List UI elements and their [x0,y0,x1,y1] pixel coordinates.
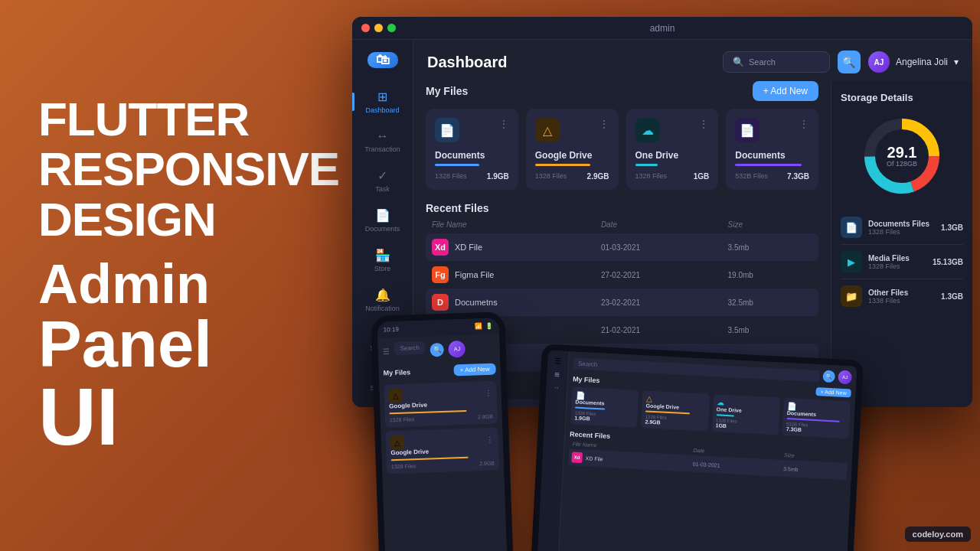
tablet-search-btn[interactable]: 🔍 [822,370,835,383]
file-date: 01-03-2021 [601,243,728,252]
file-card-bar [635,164,658,166]
file-type-icon: Fg [432,266,449,283]
col-size: Size [728,220,812,229]
tablet-main: Search 🔍 AJ My Files + Add New 📄 Documen… [558,351,858,551]
file-card-header: △ ⋮ [535,118,609,142]
documents-icon: 📄 [375,208,390,223]
phone-add-btn[interactable]: + Add New [453,363,495,376]
phone-card1-menu[interactable]: ⋮ [485,388,492,396]
file-name-text: XD File [455,243,482,252]
search-placeholder: Search [749,57,776,67]
tablet-card3: ☁ One Drive 1328 Files 1GB [711,394,780,435]
my-files-title: My Files [426,85,468,97]
donut-center: 29.1 Of 128GB [887,145,917,168]
file-size: 3.5mb [728,243,812,252]
phone-search[interactable]: Search [394,341,426,355]
battery-icon: 🔋 [485,323,493,330]
file-name-text: Figma File [455,270,494,279]
wifi-icon: 📶 [475,323,482,330]
file-size: 2.9GB [587,172,609,181]
file-card-menu[interactable]: ⋮ [498,118,509,130]
file-card-name: Documents [735,150,809,161]
search-icon: 🔍 [733,57,744,67]
storage-used: 29.1 [887,145,917,160]
storage-item-size: 15.13GB [933,258,963,266]
phone-card2-info: 1328 Files 2.9GB [391,461,495,470]
tablet-avatar: AJ [838,370,852,385]
sidebar-item-documents[interactable]: 📄 Documents [352,202,413,239]
header: Dashboard 🔍 Search 🔍 AJ Angelina Joli ▾ [413,40,972,81]
file-card-menu[interactable]: ⋮ [599,118,609,130]
sidebar-label-dashboard: Dashboard [365,106,399,114]
notification-icon: 🔔 [375,288,390,302]
donut-chart-container: 29.1 Of 128GB [841,114,963,198]
phone-card2-menu[interactable]: ⋮ [486,435,494,443]
hamburger-icon: ☰ [383,347,390,355]
watermark: codeloy.com [905,527,971,542]
tablet-row1-text: XD File [585,455,603,461]
storage-other-icon: 📁 [841,285,862,307]
sidebar-item-transaction[interactable]: ↔ Transaction [352,123,413,159]
file-size: 19.0mb [728,271,812,279]
storage-item-count: 1328 Files [868,228,935,236]
sidebar-item-task[interactable]: ✓ Task [352,162,413,199]
tablet-c2-bar [645,410,690,414]
table-row[interactable]: Xd XD File 01-03-2021 3.5mb [426,233,818,261]
file-card-docs2: 📄 ⋮ Documents 532B Files 7.3GB [726,109,818,190]
file-size: 1.9GB [487,172,509,181]
file-card-menu[interactable]: ⋮ [799,118,809,130]
phone-avatar: AJ [449,340,466,357]
donut-chart: 29.1 Of 128GB [860,114,944,198]
storage-item-size: 1.3GB [941,292,963,301]
sidebar-item-notification[interactable]: 🔔 Notification [352,282,413,318]
dashboard-icon: ⊞ [377,90,387,104]
task-icon: ✓ [377,168,387,183]
phone-search-btn[interactable]: 🔍 [430,342,445,357]
file-size: 3.5mb [728,326,812,334]
tablet-recent: Recent Files File Name Date Size Xd XD F… [568,430,848,480]
sidebar-logo: 🛍 [368,52,398,68]
file-size: 7.3GB [787,172,809,181]
user-info: AJ Angelina Joli ▾ [868,51,959,73]
file-card-gdrive: △ ⋮ Google Drive 1328 Files 2.9GB [526,109,619,190]
minimize-button[interactable] [374,24,383,32]
file-card-name: One Drive [635,150,710,161]
search-box[interactable]: 🔍 Search [723,51,830,73]
phone-card2-icon: △ [390,435,405,450]
storage-item-media: ▶ Media Files 1328 Files 15.13GB [841,245,963,279]
table-header: File Name Date Size [426,220,818,229]
tablet-col-size: Size [784,452,844,461]
file-name-cell: Fg Figma File [432,266,601,283]
tablet-add-btn[interactable]: + Add New [815,387,851,397]
storage-item-documents: 📄 Documents Files 1328 Files 1.3GB [841,210,963,245]
sidebar-label-documents: Documents [365,225,400,233]
file-card-info: 1328 Files 1GB [635,172,710,181]
phone-device: 10:19 📶 🔋 ☰ Search 🔍 AJ My Files + Add N… [371,311,514,551]
storage-media-icon: ▶ [841,251,862,272]
phone-screen: 10:19 📶 🔋 ☰ Search 🔍 AJ My Files + Add N… [377,318,507,551]
file-card-name: Google Drive [535,150,609,161]
file-card-header: 📄 ⋮ [435,118,509,142]
table-row[interactable]: Fg Figma File 27-02-2021 19.0mb [426,261,818,289]
storage-item-info: Documents Files 1328 Files [868,220,935,236]
tablet-device: ☰ ⊞ ↔ Search 🔍 AJ My Files + Add New [530,344,864,551]
phone-content: ☰ Search 🔍 AJ My Files + Add New △ ⋮ Goo… [377,334,504,482]
search-button[interactable]: 🔍 [838,51,861,73]
sidebar-label-store: Store [374,265,391,272]
file-count: 532B Files [735,172,768,181]
storage-item-size: 1.3GB [941,223,963,232]
sidebar-item-dashboard[interactable]: ⊞ Dashboard [352,83,413,120]
add-new-button[interactable]: + Add New [753,81,818,101]
file-card-menu[interactable]: ⋮ [698,118,709,130]
tablet-row1-size: 3.5mb [783,465,844,474]
close-button[interactable] [361,24,370,32]
tablet-row1-name: Xd XD File [571,452,693,468]
file-card-info: 532B Files 7.3GB [735,172,809,181]
maximize-button[interactable] [387,24,396,32]
phone-card1-info: 1328 Files 2.9GB [390,414,493,423]
tablet-row1-date: 01-03-2021 [693,461,784,471]
window-title: admin [650,23,675,34]
sidebar-item-store[interactable]: 🏪 Store [352,242,413,279]
phone-card1-icon: △ [388,389,403,403]
sidebar-label-task: Task [375,185,390,193]
